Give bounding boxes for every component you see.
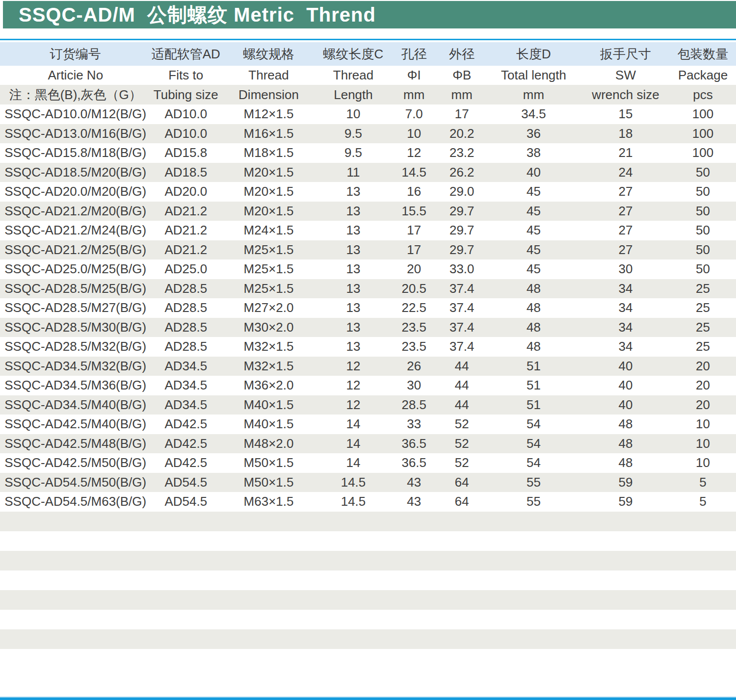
table-cell: 50: [670, 221, 736, 240]
table-cell: 23.5: [390, 337, 438, 357]
table-cell: 13: [316, 259, 390, 279]
table-cell: 28.5: [390, 395, 438, 415]
table-cell: 100: [670, 143, 736, 163]
table-cell: 33.0: [438, 259, 486, 279]
table-row: SSQC-AD18.5/M20(B/G)AD18.5M20×1.51114.52…: [0, 163, 736, 182]
table-cell: 33: [390, 415, 438, 434]
table-cell: SSQC-AD10.0/M12(B/G): [0, 104, 151, 124]
table-cell: 64: [438, 492, 486, 512]
table-cell: SSQC-AD42.5/M40(B/G): [0, 415, 151, 434]
table-cell: AD42.5: [151, 453, 221, 473]
table-cell: 44: [438, 376, 486, 395]
table-cell: SSQC-AD21.2/M24(B/G): [0, 221, 151, 240]
table-cell: SSQC-AD42.5/M48(B/G): [0, 434, 151, 454]
col-header-zh-5: 外径: [438, 42, 486, 66]
table-cell: M20×1.5: [221, 182, 316, 202]
table-cell: M30×2.0: [221, 318, 316, 337]
col-header-en-6: Total length: [486, 66, 581, 85]
table-cell: M48×2.0: [221, 434, 316, 454]
table-cell: SSQC-AD28.5/M30(B/G): [0, 318, 151, 337]
table-cell: SSQC-AD54.5/M63(B/G): [0, 492, 151, 512]
table-cell: 36: [486, 124, 581, 144]
col-header-en-2: Thread: [221, 66, 316, 85]
table-cell: 21: [581, 143, 670, 163]
table-row: SSQC-AD10.0/M12(B/G)AD10.0M12×1.5107.017…: [0, 104, 736, 124]
table-cell: 10: [316, 104, 390, 124]
table-cell: 37.4: [438, 298, 486, 318]
col-header-en-7: SW: [581, 66, 670, 85]
table-cell: SSQC-AD54.5/M50(B/G): [0, 473, 151, 493]
table-cell: 55: [486, 492, 581, 512]
table-cell: 44: [438, 357, 486, 376]
table-cell: 40: [581, 376, 670, 395]
table-cell: 24: [581, 163, 670, 182]
table-cell: 18: [581, 124, 670, 144]
table-cell: SSQC-AD15.8/M18(B/G): [0, 143, 151, 163]
page-title: SSQC-AD/M 公制螺纹 Metric Thrend: [3, 1, 376, 28]
table-row: SSQC-AD15.8/M18(B/G)AD15.8M18×1.59.51223…: [0, 143, 736, 163]
table-cell: AD28.5: [151, 279, 221, 299]
table-row: SSQC-AD20.0/M20(B/G)AD20.0M20×1.5131629.…: [0, 182, 736, 202]
table-cell: SSQC-AD34.5/M36(B/G): [0, 376, 151, 395]
table-cell: 14: [316, 453, 390, 473]
col-header-zh-2: 螺纹规格: [221, 42, 316, 66]
table-cell: 17: [438, 104, 486, 124]
empty-filler-cell: [0, 551, 736, 570]
table-cell: AD28.5: [151, 337, 221, 357]
empty-filler-cell: [0, 570, 736, 590]
table-cell: 52: [438, 453, 486, 473]
table-cell: 50: [670, 259, 736, 279]
empty-filler-row: [0, 610, 736, 629]
col-header-zh-6: 长度D: [486, 42, 581, 66]
table-cell: 5: [670, 473, 736, 493]
table-cell: M24×1.5: [221, 221, 316, 240]
table-cell: 48: [581, 434, 670, 454]
header-row-unit: 注：黑色(B),灰色（G）Tubing sizeDimensionLengthm…: [0, 85, 736, 104]
table-cell: M18×1.5: [221, 143, 316, 163]
empty-filler-row: [0, 590, 736, 610]
table-cell: 64: [438, 473, 486, 493]
table-cell: SSQC-AD25.0/M25(B/G): [0, 259, 151, 279]
table-cell: AD54.5: [151, 473, 221, 493]
table-cell: SSQC-AD18.5/M20(B/G): [0, 163, 151, 182]
table-cell: 34: [581, 318, 670, 337]
table-cell: M27×2.0: [221, 298, 316, 318]
table-cell: SSQC-AD42.5/M50(B/G): [0, 453, 151, 473]
table-cell: 40: [581, 395, 670, 415]
table-cell: 51: [486, 395, 581, 415]
empty-filler-row: [0, 512, 736, 531]
table-row: SSQC-AD28.5/M30(B/G)AD28.5M30×2.01323.53…: [0, 318, 736, 337]
table-cell: 54: [486, 415, 581, 434]
empty-filler-row: [0, 629, 736, 649]
divider-line-top: [0, 39, 736, 40]
table-cell: 52: [438, 434, 486, 454]
table-cell: AD42.5: [151, 415, 221, 434]
table-cell: 11: [316, 163, 390, 182]
table-cell: AD28.5: [151, 318, 221, 337]
table-cell: AD34.5: [151, 357, 221, 376]
table-cell: 36.5: [390, 434, 438, 454]
table-cell: M32×1.5: [221, 357, 316, 376]
table-cell: AD28.5: [151, 298, 221, 318]
table-cell: 25: [670, 337, 736, 357]
table-cell: 29.7: [438, 202, 486, 221]
table-cell: 37.4: [438, 318, 486, 337]
table-cell: 30: [581, 259, 670, 279]
table-cell: 45: [486, 240, 581, 260]
empty-filler-row: [0, 551, 736, 570]
table-cell: M20×1.5: [221, 202, 316, 221]
table-cell: 20: [390, 259, 438, 279]
table-cell: M20×1.5: [221, 163, 316, 182]
table-cell: 54: [486, 453, 581, 473]
table-row: SSQC-AD13.0/M16(B/G)AD10.0M16×1.59.51020…: [0, 124, 736, 144]
table-cell: 50: [670, 202, 736, 221]
col-header-zh-1: 适配软管AD: [151, 42, 221, 66]
table-cell: 34: [581, 337, 670, 357]
table-cell: 25: [670, 279, 736, 299]
col-header-unit-3: Length: [316, 85, 390, 104]
table-cell: AD21.2: [151, 202, 221, 221]
table-cell: 26.2: [438, 163, 486, 182]
col-header-unit-2: Dimension: [221, 85, 316, 104]
table-cell: SSQC-AD34.5/M40(B/G): [0, 395, 151, 415]
table-cell: 50: [670, 163, 736, 182]
